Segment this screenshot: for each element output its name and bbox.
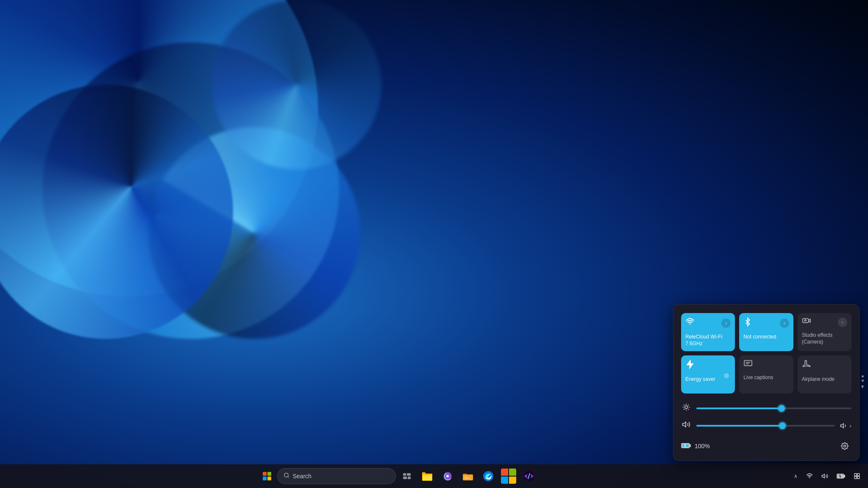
svg-line-12 [688,409,689,410]
taskbar: Search [0,464,868,488]
tray-overflow-button[interactable]: ∧ [791,471,800,481]
windows-logo [263,472,271,480]
wifi-arrow[interactable]: › [721,319,731,328]
svg-rect-25 [403,477,407,479]
svg-marker-37 [822,474,824,478]
svg-rect-42 [857,474,860,476]
svg-rect-26 [407,477,410,479]
airplane-label: Airplane mode [802,376,847,383]
bluetooth-tile[interactable]: › Not connected [739,313,793,351]
store-button[interactable] [499,467,518,485]
svg-rect-39 [844,475,845,477]
action-center-button[interactable] [851,471,863,481]
bluetooth-arrow[interactable]: › [780,319,789,328]
svg-rect-33 [465,478,470,479]
svg-rect-43 [854,477,857,479]
svg-line-11 [684,405,684,405]
brightness-icon [681,403,691,413]
search-placeholder: Search [293,473,312,480]
taskbar-center: Search [5,467,791,485]
airplane-mode-tile[interactable]: Airplane mode [798,355,851,394]
svg-point-2 [804,319,806,321]
studio-effects-tile[interactable]: › Studio effects(Camera) [798,313,851,351]
scroll-down-arrow[interactable]: ▼ [860,384,865,390]
svg-rect-28 [423,476,431,480]
captions-icon [743,360,753,369]
svg-rect-31 [463,474,473,480]
studio-icon [802,317,811,327]
volume-extra: › [840,422,851,430]
volume-expand-icon[interactable]: › [849,422,851,429]
wallpaper-swirl-4 [212,0,381,169]
search-bar[interactable]: Search [277,468,396,484]
captions-label: Live captions [743,374,789,381]
quick-tiles-grid: › ReleCloud Wi-Fi7 6GHz › Not connected [681,313,851,394]
battery-icon [681,442,691,451]
logo-red [263,472,267,476]
logo-blue [263,477,267,480]
svg-point-6 [685,406,688,409]
energy-saver-tile[interactable]: Energy saver [681,355,735,394]
battery-row: 100% [681,438,851,453]
studio-label: Studio effects(Camera) [802,332,847,345]
volume-tray-icon[interactable] [819,471,831,481]
svg-point-20 [844,445,846,447]
svg-rect-44 [857,477,860,479]
svg-line-13 [684,409,684,410]
logo-yellow [267,477,271,480]
battery-percent: 100% [695,443,710,449]
brightness-row [681,403,851,413]
volume-row: › [681,420,851,431]
svg-rect-23 [403,473,406,476]
bluetooth-icon [743,317,752,329]
svg-rect-24 [407,473,411,476]
svg-rect-32 [465,477,467,477]
svg-point-30 [446,475,449,477]
brightness-slider[interactable] [696,408,851,409]
magic-app-button[interactable] [438,467,457,485]
folder-button[interactable] [459,467,477,485]
wifi-label: ReleCloud Wi-Fi7 6GHz [685,334,731,347]
svg-line-22 [287,477,289,478]
svg-point-21 [284,473,288,477]
battery-info: 100% [681,442,710,451]
scroll-dot-2 [862,380,864,382]
settings-button[interactable] [838,439,851,453]
svg-point-0 [690,324,691,325]
quick-settings-panel: ▼ › ReleCloud Wi-Fi7 6GHz [673,304,860,461]
svg-rect-18 [690,444,691,446]
studio-arrow[interactable]: › [838,318,847,327]
task-view-button[interactable] [398,467,416,485]
network-tray-icon[interactable] [804,471,815,481]
energy-icon [685,360,695,371]
svg-rect-3 [744,360,752,366]
airplane-icon [802,360,811,371]
volume-icon [681,420,691,431]
live-captions-tile[interactable]: Live captions [739,355,793,394]
wifi-icon [685,317,695,329]
volume-slider[interactable] [696,425,835,427]
taskbar-right: ∧ [791,471,863,481]
bluetooth-label: Not connected [743,334,789,341]
logo-green [267,472,271,476]
devtools-button[interactable] [520,467,538,485]
start-button[interactable] [259,468,275,485]
svg-rect-41 [854,474,857,476]
svg-line-14 [688,405,689,405]
scroll-dot-1 [862,375,864,377]
svg-marker-15 [683,422,686,427]
svg-marker-16 [841,423,844,428]
wifi-tile[interactable]: › ReleCloud Wi-Fi7 6GHz [681,313,735,351]
file-explorer-button[interactable] [418,467,437,485]
edge-browser-button[interactable] [479,467,498,485]
svg-rect-1 [803,319,809,323]
search-icon [284,472,289,480]
svg-point-36 [809,477,810,478]
battery-tray-icon[interactable] [834,471,848,481]
store-icon [501,469,516,484]
